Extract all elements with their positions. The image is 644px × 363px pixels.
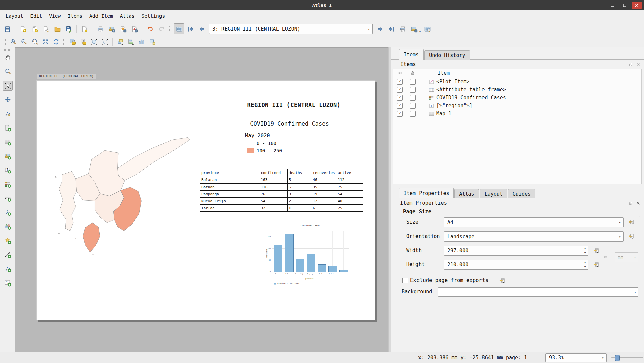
layout-item-row[interactable]: COVID19 Confirmed Cases <box>393 94 641 102</box>
layout-manager-button[interactable] <box>41 23 51 34</box>
dropdown-caret-icon[interactable]: ▾ <box>419 30 421 33</box>
tab-items[interactable]: Items <box>399 49 424 60</box>
layout-canvas[interactable]: REGION III (CENTRAL LUZON) REGION III (C… <box>15 47 388 352</box>
add-html-tool[interactable]: </> <box>3 278 13 288</box>
tab-undo-history[interactable]: Undo History <box>424 50 470 60</box>
menu-edit[interactable]: Edit <box>30 13 42 19</box>
toolbar-grip[interactable] <box>4 49 12 51</box>
orientation-data-defined-button[interactable] <box>627 232 635 241</box>
page-subtitle-label[interactable]: COVID19 Confirmed Cases <box>219 120 360 127</box>
select-all-button[interactable] <box>89 37 99 47</box>
last-feature-button[interactable] <box>386 23 397 34</box>
edit-nodes-tool[interactable] <box>3 109 13 119</box>
spinbox-arrows[interactable]: ▲▼ <box>582 260 588 269</box>
export-atlas-button[interactable] <box>409 23 420 34</box>
atlas-settings-button[interactable] <box>422 23 433 34</box>
zoom-out-button[interactable] <box>19 37 29 47</box>
raise-items-button[interactable] <box>115 37 125 47</box>
print-layout-button[interactable] <box>95 23 106 34</box>
menu-atlas[interactable]: Atlas <box>120 13 135 19</box>
export-as-image-button[interactable] <box>106 23 117 34</box>
background-color-button[interactable]: ▾ <box>438 287 638 297</box>
spinbox-arrows[interactable]: ▲▼ <box>582 246 588 255</box>
maximize-button[interactable] <box>620 2 630 9</box>
redo-button[interactable] <box>156 23 167 34</box>
units-combobox[interactable]: mm▾ <box>615 252 638 262</box>
tab-layout[interactable]: Layout <box>480 189 507 198</box>
menu-view[interactable]: View <box>49 13 61 19</box>
lock-items-button[interactable] <box>68 37 78 47</box>
item-lock-checkbox[interactable] <box>410 79 416 85</box>
duplicate-layout-button[interactable] <box>29 23 40 34</box>
menu-layout[interactable]: Layout <box>6 13 23 19</box>
float-panel-icon[interactable] <box>629 62 633 67</box>
size-data-defined-button[interactable] <box>627 218 635 226</box>
toolbar-grip[interactable] <box>63 37 66 46</box>
add-arrow-tool[interactable] <box>3 250 13 260</box>
height-spinbox[interactable]: 210.000 ▲▼ <box>444 260 588 270</box>
item-visibility-checkbox[interactable] <box>397 103 403 109</box>
chevron-down-icon[interactable]: ▾ <box>365 24 372 34</box>
export-as-svg-button[interactable] <box>118 23 128 34</box>
unlocked-ratio-icon[interactable] <box>603 254 608 260</box>
add-shape-tool[interactable] <box>3 221 13 231</box>
move-item-content-tool[interactable] <box>3 95 13 105</box>
tab-guides[interactable]: Guides <box>508 189 535 198</box>
size-combobox[interactable]: A4▾ <box>444 217 624 227</box>
add-north-arrow-tool[interactable]: N <box>3 207 13 217</box>
add-scalebar-tool[interactable] <box>3 193 13 203</box>
print-atlas-button[interactable] <box>397 23 408 34</box>
zoom-tool[interactable] <box>3 66 13 76</box>
item-visibility-checkbox[interactable] <box>397 95 403 101</box>
plot-item[interactable]: Confirmed cases050100150BataanBulacanNue… <box>265 223 352 285</box>
zoom-level-combobox[interactable]: 93.3%▾ <box>545 353 607 362</box>
float-panel-icon[interactable] <box>629 201 633 205</box>
layout-item-row[interactable]: <Attribute table frame> <box>393 86 641 94</box>
tab-item-properties[interactable]: Item Properties <box>399 188 454 198</box>
next-feature-button[interactable] <box>375 23 385 34</box>
add-page-tool[interactable] <box>3 123 13 133</box>
add-legend-tool[interactable] <box>3 179 13 189</box>
close-button[interactable] <box>632 2 642 9</box>
toolbar-grip[interactable] <box>3 37 6 46</box>
align-items-button[interactable] <box>126 37 136 47</box>
undo-button[interactable] <box>145 23 155 34</box>
close-panel-icon[interactable] <box>636 62 640 67</box>
layout-item-row[interactable]: <Plot Item> <box>393 77 641 86</box>
zoom-actual-button[interactable]: 1:1 <box>29 37 40 47</box>
distribute-items-button[interactable] <box>136 37 146 47</box>
zoom-slider[interactable] <box>611 357 643 358</box>
item-visibility-checkbox[interactable] <box>397 87 403 93</box>
attribute-table-item[interactable]: provinceconfirmeddeathsrecoveriesactiveB… <box>200 169 363 212</box>
layout-item-row[interactable]: T[%"region"%] <box>393 102 641 110</box>
legend-item[interactable]: 0 - 100100 - 250 <box>247 140 282 154</box>
height-data-defined-button[interactable] <box>592 260 600 269</box>
add-picture-tool[interactable] <box>3 151 13 161</box>
add-marker-tool[interactable] <box>3 236 13 246</box>
select-move-item-tool[interactable] <box>3 81 13 91</box>
previous-feature-button[interactable] <box>196 23 207 34</box>
save-project-button[interactable] <box>2 23 13 34</box>
close-panel-icon[interactable] <box>636 201 640 205</box>
layout-item-row[interactable]: Map 1 <box>393 110 641 118</box>
map-item[interactable] <box>53 137 190 257</box>
item-lock-checkbox[interactable] <box>410 111 416 117</box>
zoom-in-button[interactable] <box>8 37 18 47</box>
new-from-template-button[interactable] <box>79 23 90 34</box>
item-visibility-checkbox[interactable] <box>397 79 403 85</box>
add-node-item-tool[interactable] <box>3 264 13 274</box>
page-title-label[interactable]: REGION III (CENTRAL LUZON) <box>220 102 368 108</box>
item-visibility-checkbox[interactable] <box>397 111 403 117</box>
menu-items[interactable]: Items <box>68 13 82 19</box>
pan-layout-tool[interactable] <box>3 52 13 62</box>
open-layout-button[interactable] <box>52 23 63 34</box>
deselect-all-button[interactable] <box>100 37 110 47</box>
exclude-data-defined-button[interactable] <box>498 276 506 285</box>
new-layout-button[interactable] <box>18 23 28 34</box>
zoom-full-button[interactable] <box>40 37 50 47</box>
width-data-defined-button[interactable] <box>592 246 600 255</box>
add-map-tool[interactable] <box>3 137 13 147</box>
item-lock-checkbox[interactable] <box>410 103 416 109</box>
unlock-items-button[interactable] <box>78 37 88 47</box>
width-spinbox[interactable]: 297.000 ▲▼ <box>444 246 588 256</box>
